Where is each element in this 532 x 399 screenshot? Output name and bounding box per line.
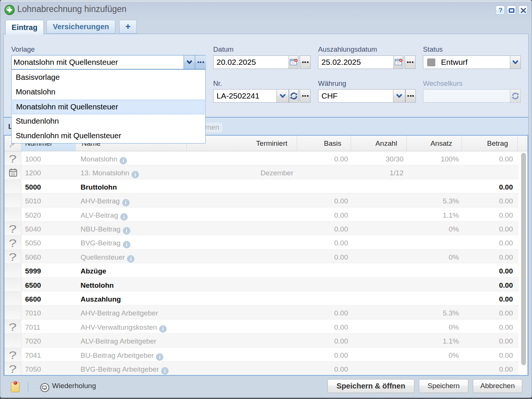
svg-text:?: ? [499, 7, 502, 14]
